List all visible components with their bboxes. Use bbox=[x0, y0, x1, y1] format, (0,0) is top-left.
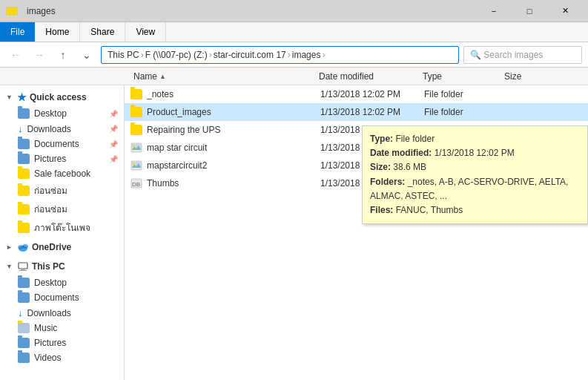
path-drive: F (\\007-pc) (Z:) bbox=[145, 50, 208, 60]
sidebar-item-pictures-pc[interactable]: Pictures bbox=[0, 335, 124, 350]
sidebar-quickaccess-header[interactable]: ▼ ★ Quick access bbox=[0, 88, 124, 106]
image-icon-mapstar bbox=[131, 142, 142, 154]
tooltip-folders: Folders: _notes, A-B, AC-SERVO-DRIVE, AE… bbox=[370, 175, 580, 203]
svg-point-10 bbox=[133, 145, 135, 148]
file-name: Thumbs bbox=[147, 178, 320, 189]
svg-text:DB: DB bbox=[132, 181, 140, 188]
sidebar-onedrive-header[interactable]: ► OneDrive bbox=[0, 238, 124, 256]
file-name: _notes bbox=[147, 89, 320, 99]
file-date: 1/13/2018 12:02 PM bbox=[320, 89, 424, 99]
sidebar-label-pictures-pc: Pictures bbox=[34, 338, 66, 348]
tab-home[interactable]: Home bbox=[35, 22, 80, 42]
path-current: images bbox=[292, 50, 321, 60]
tooltip-type: Type: File folder bbox=[370, 132, 580, 146]
folder-icon-music bbox=[18, 323, 30, 333]
thispc-icon bbox=[17, 261, 29, 272]
sidebar-item-koonsorm1[interactable]: ก่อนซ่อม bbox=[0, 181, 124, 200]
tab-file[interactable]: File bbox=[0, 22, 35, 42]
sidebar-label-downloads-pc: Downloads bbox=[27, 308, 71, 318]
svg-rect-6 bbox=[19, 270, 27, 271]
up-button[interactable]: ↑ bbox=[53, 45, 73, 65]
folder-icon-k2 bbox=[18, 204, 30, 214]
svg-rect-4 bbox=[19, 263, 27, 269]
app-icon bbox=[6, 5, 18, 17]
address-bar: ← → ↑ ⌄ This PC › F (\\007-pc) (Z:) › st… bbox=[0, 42, 588, 68]
sidebar-label-videos-pc: Videos bbox=[34, 353, 61, 363]
sidebar-item-downloads-qa[interactable]: ↓ Downloads 📌 bbox=[0, 121, 124, 137]
sidebar-item-videos-pc[interactable]: Videos bbox=[0, 350, 124, 365]
tooltip-files: Files: FANUC, Thumbs bbox=[370, 203, 580, 217]
folder-icon-pics bbox=[18, 154, 30, 164]
pin-icon: 📌 bbox=[109, 110, 118, 118]
title-bar: images − □ ✕ bbox=[0, 0, 588, 22]
sidebar-item-downloads-pc[interactable]: ↓ Downloads bbox=[0, 305, 124, 321]
sidebar-label-koonsorm1: ก่อนซ่อม bbox=[34, 183, 67, 197]
window-controls[interactable]: − □ ✕ bbox=[477, 0, 582, 22]
sidebar-label-music-pc: Music bbox=[34, 323, 57, 333]
file-date: 1/13/2018 12:02 PM bbox=[320, 107, 424, 117]
folder-icon-k1 bbox=[18, 186, 30, 196]
pin-icon-docs: 📌 bbox=[109, 140, 118, 148]
address-path[interactable]: This PC › F (\\007-pc) (Z:) › star-circu… bbox=[101, 46, 459, 64]
col-header-date[interactable]: Date modified bbox=[316, 71, 420, 82]
sidebar-quickaccess-label: Quick access bbox=[30, 92, 87, 102]
column-headers: Name ▲ Date modified Type Size bbox=[0, 68, 588, 85]
col-header-size[interactable]: Size bbox=[501, 71, 553, 82]
forward-button[interactable]: → bbox=[30, 45, 49, 65]
sidebar-label-tablenopage: ภาพโต๊ะโนเพจ bbox=[34, 220, 90, 235]
back-button[interactable]: ← bbox=[6, 45, 25, 65]
file-row[interactable]: Product_images 1/13/2018 12:02 PM File f… bbox=[125, 103, 588, 121]
pin-icon-pics: 📌 bbox=[109, 155, 118, 163]
folder-icon-desktop-pc bbox=[18, 278, 30, 288]
minimize-button[interactable]: − bbox=[477, 0, 511, 22]
folder-icon-notes bbox=[131, 89, 142, 99]
folder-icon-product bbox=[131, 107, 142, 117]
file-name: Product_images bbox=[147, 107, 320, 117]
onedrive-expand-icon: ► bbox=[6, 243, 13, 251]
sort-arrow-icon: ▲ bbox=[159, 73, 166, 80]
tab-view[interactable]: View bbox=[125, 22, 166, 42]
search-placeholder: 🔍 Search images bbox=[470, 50, 543, 60]
col-header-type[interactable]: Type bbox=[420, 71, 501, 82]
svg-rect-5 bbox=[21, 269, 25, 270]
folder-icon-salefb bbox=[18, 168, 30, 179]
sidebar-label-documents-qa: Documents bbox=[34, 139, 79, 149]
search-box[interactable]: 🔍 Search images bbox=[463, 46, 582, 64]
ribbon-tabs: File Home Share View bbox=[0, 22, 588, 42]
sidebar-item-tablenopage[interactable]: ภาพโต๊ะโนเพจ bbox=[0, 218, 124, 237]
tab-share[interactable]: Share bbox=[80, 22, 125, 42]
db-icon-thumbs: DB bbox=[131, 177, 142, 189]
sidebar-onedrive-label: OneDrive bbox=[32, 242, 71, 252]
sidebar-item-desktop-qa[interactable]: Desktop 📌 bbox=[0, 106, 124, 121]
sidebar-label-pictures-qa: Pictures bbox=[34, 154, 66, 164]
close-button[interactable]: ✕ bbox=[548, 0, 582, 22]
sidebar-thispc-header[interactable]: ▼ This PC bbox=[0, 258, 124, 275]
folder-icon-docs bbox=[18, 139, 30, 149]
download-icon: ↓ bbox=[18, 123, 23, 134]
svg-point-14 bbox=[133, 163, 135, 166]
svg-rect-0 bbox=[7, 7, 17, 15]
sidebar-item-music-pc[interactable]: Music bbox=[0, 321, 124, 335]
sidebar: ▼ ★ Quick access Desktop 📌 ↓ Downloads 📌… bbox=[0, 85, 125, 380]
folder-icon-pics-pc bbox=[18, 338, 30, 348]
onedrive-icon bbox=[17, 241, 29, 253]
folder-icon-docs-pc bbox=[18, 292, 30, 303]
sidebar-item-koonsorm2[interactable]: ก่อนซ่อม bbox=[0, 200, 124, 218]
path-thispc: This PC bbox=[108, 50, 139, 60]
image-icon-mapstar2 bbox=[131, 160, 142, 171]
quickaccess-star-icon: ★ bbox=[17, 91, 27, 103]
recent-locations-button[interactable]: ⌄ bbox=[77, 45, 96, 65]
pin-icon-dl: 📌 bbox=[109, 125, 118, 133]
folder-icon-ups bbox=[131, 125, 142, 135]
sidebar-item-salefacebook[interactable]: Sale facebook bbox=[0, 166, 124, 181]
file-type: File folder bbox=[424, 107, 506, 117]
sidebar-label-downloads-qa: Downloads bbox=[27, 124, 71, 134]
sidebar-item-desktop-pc[interactable]: Desktop bbox=[0, 275, 124, 290]
sidebar-item-pictures-qa[interactable]: Pictures 📌 bbox=[0, 151, 124, 166]
sidebar-item-documents-qa[interactable]: Documents 📌 bbox=[0, 137, 124, 151]
col-header-name[interactable]: Name ▲ bbox=[131, 71, 316, 82]
file-row[interactable]: _notes 1/13/2018 12:02 PM File folder bbox=[125, 85, 588, 103]
sidebar-item-documents-pc[interactable]: Documents bbox=[0, 290, 124, 305]
maximize-button[interactable]: □ bbox=[512, 0, 546, 22]
sidebar-label-desktop-pc: Desktop bbox=[34, 278, 67, 288]
